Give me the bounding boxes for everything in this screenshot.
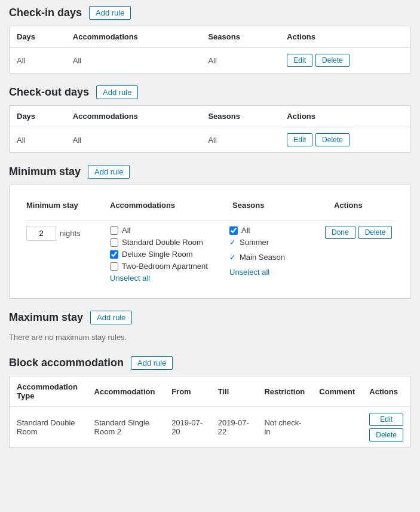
table-row: All All All Edit Delete	[10, 127, 410, 153]
checkin-row-seasons: All	[201, 48, 280, 73]
checkin-col-seasons: Seasons	[201, 26, 280, 48]
season-main-label: Main Season	[240, 253, 285, 262]
checkin-days-table-container: Days Accommodations Seasons Actions All …	[9, 26, 411, 73]
checkout-days-header: Check-out days Add rule	[9, 85, 411, 99]
checkout-days-section: Check-out days Add rule Days Accommodati…	[9, 85, 411, 153]
checkin-row-actions: Edit Delete	[280, 48, 410, 73]
season-summer-label: Summer	[240, 238, 269, 247]
checkout-row-accommodations: All	[66, 127, 201, 153]
table-row: Standard Double Room Standard Single Roo…	[10, 407, 410, 448]
acc-deluxe-single-label: Deluxe Single Room	[122, 250, 193, 259]
checkout-col-days: Days	[10, 106, 66, 127]
season-all-label: All	[241, 226, 250, 235]
checkin-add-rule-button[interactable]: Add rule	[89, 6, 131, 20]
acc-all-label: All	[122, 226, 130, 235]
summer-checkmark: ✓	[229, 238, 236, 247]
checkin-col-days: Days	[10, 26, 66, 48]
nights-label: nights	[60, 229, 81, 238]
checkout-row-seasons: All	[201, 127, 280, 153]
block-accommodation-add-rule-button[interactable]: Add rule	[131, 356, 173, 370]
minimum-stay-table-container: Minimum stay Accommodations Seasons Acti…	[9, 185, 411, 299]
minimum-stay-add-rule-button[interactable]: Add rule	[88, 165, 130, 179]
block-accommodation-table-container: Accommodation Type Accommodation From Ti…	[9, 376, 411, 448]
minstay-delete-button[interactable]: Delete	[358, 226, 393, 239]
checkout-row-days: All	[10, 127, 66, 153]
checkout-delete-button[interactable]: Delete	[315, 133, 350, 146]
season-main-item: ✓ Main Season	[229, 253, 325, 262]
block-row-restriction: Not check-in	[257, 407, 312, 448]
block-edit-button[interactable]: Edit	[369, 413, 403, 426]
block-row-actions: Edit Delete	[362, 407, 410, 448]
acc-all-item[interactable]: All	[110, 226, 229, 235]
block-accommodation-title: Block accommodation	[9, 357, 124, 369]
actions-col-header: Actions	[334, 201, 394, 210]
block-col-restriction: Restriction	[257, 376, 312, 407]
checkin-delete-button[interactable]: Delete	[315, 54, 350, 67]
acc-all-checkbox[interactable]	[110, 226, 118, 235]
no-max-rules-text: There are no maximum stay rules.	[9, 330, 411, 344]
nights-input[interactable]	[26, 226, 56, 241]
minimum-stay-section: Minimum stay Add rule Minimum stay Accom…	[9, 165, 411, 299]
checkin-col-actions: Actions	[280, 26, 410, 48]
block-accommodation-table: Accommodation Type Accommodation From Ti…	[10, 376, 410, 447]
block-accommodation-header: Block accommodation Add rule	[9, 356, 411, 370]
block-col-till: Till	[211, 376, 257, 407]
minimum-stay-title: Minimum stay	[9, 165, 81, 178]
checkout-row-actions: Edit Delete	[280, 127, 410, 153]
block-delete-button[interactable]: Delete	[369, 428, 403, 442]
checkin-days-section: Check-in days Add rule Days Accommodatio…	[9, 6, 411, 73]
acc-two-bedroom-checkbox[interactable]	[110, 262, 118, 271]
checkin-row-days: All	[10, 48, 66, 73]
checkout-days-table: Days Accommodations Seasons Actions All …	[10, 106, 410, 152]
acc-unselect-all-link[interactable]: Unselect all	[110, 274, 150, 283]
checkin-col-accommodations: Accommodations	[66, 26, 201, 48]
maximum-stay-section: Maximum stay Add rule There are no maxim…	[9, 311, 411, 344]
season-all-item[interactable]: All	[229, 226, 325, 235]
seasons-unselect-all-link[interactable]: Unselect all	[229, 268, 269, 277]
minstay-done-button[interactable]: Done	[325, 226, 355, 239]
accommodations-col: All Standard Double Room Deluxe Single R…	[110, 226, 229, 283]
seasons-col-header: Seasons	[232, 201, 334, 210]
checkin-edit-button[interactable]: Edit	[287, 54, 312, 67]
block-accommodation-section: Block accommodation Add rule Accommodati…	[9, 356, 411, 448]
checkin-days-table: Days Accommodations Seasons Actions All …	[10, 26, 410, 73]
minimum-stay-row: nights All Standard Double Roo	[26, 226, 394, 283]
checkout-col-accommodations: Accommodations	[66, 106, 201, 127]
maximum-stay-add-rule-button[interactable]: Add rule	[90, 311, 132, 324]
acc-deluxe-single-item[interactable]: Deluxe Single Room	[110, 250, 229, 259]
acc-deluxe-single-checkbox[interactable]	[110, 250, 118, 259]
block-row-comment	[312, 407, 362, 448]
acc-standard-double-label: Standard Double Room	[122, 238, 203, 247]
checkout-days-table-container: Days Accommodations Seasons Actions All …	[9, 105, 411, 153]
block-col-accommodation: Accommodation	[87, 376, 165, 407]
checkin-days-header: Check-in days Add rule	[9, 6, 411, 20]
min-stay-nights-col: nights	[26, 226, 110, 241]
seasons-col: All ✓ Summer ✓ Main Season Unselect	[229, 226, 325, 277]
season-summer-item: ✓ Summer	[229, 238, 325, 247]
checkout-edit-button[interactable]: Edit	[287, 133, 312, 146]
checkout-col-actions: Actions	[280, 106, 410, 127]
checkout-add-rule-button[interactable]: Add rule	[96, 85, 138, 99]
block-col-type: Accommodation Type	[10, 376, 87, 407]
acc-two-bedroom-item[interactable]: Two-Bedroom Apartment	[110, 262, 229, 271]
minstay-col-header: Minimum stay	[26, 201, 110, 210]
checkout-days-title: Check-out days	[9, 86, 89, 99]
checkout-col-seasons: Seasons	[201, 106, 280, 127]
block-row-till: 2019-07-22	[211, 407, 257, 448]
acc-two-bedroom-label: Two-Bedroom Apartment	[122, 262, 208, 271]
block-row-from: 2019-07-20	[164, 407, 211, 448]
maximum-stay-header: Maximum stay Add rule	[9, 311, 411, 324]
main-checkmark: ✓	[229, 253, 236, 262]
checkin-days-title: Check-in days	[9, 7, 82, 19]
block-col-from: From	[164, 376, 211, 407]
accommodations-col-header: Accommodations	[110, 201, 232, 210]
minimum-stay-header: Minimum stay Add rule	[9, 165, 411, 179]
checkin-row-accommodations: All	[66, 48, 201, 73]
acc-standard-double-item[interactable]: Standard Double Room	[110, 238, 229, 247]
acc-standard-double-checkbox[interactable]	[110, 238, 118, 247]
minstay-actions-col: Done Delete	[325, 226, 394, 239]
block-col-actions: Actions	[362, 376, 410, 407]
block-col-comment: Comment	[312, 376, 362, 407]
season-all-checkbox[interactable]	[229, 226, 238, 235]
block-row-accommodation: Standard Single Room 2	[87, 407, 165, 448]
